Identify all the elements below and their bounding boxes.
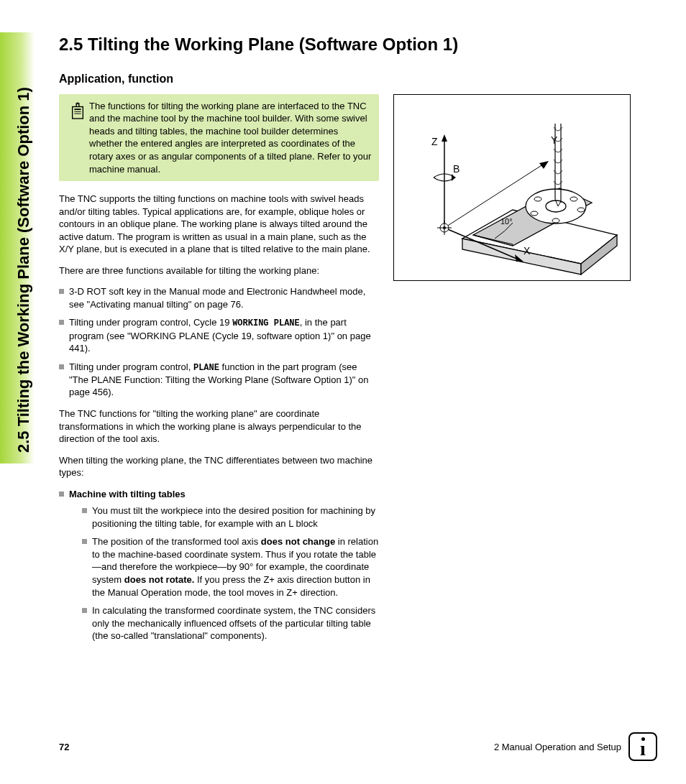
svg-marker-24 (452, 174, 455, 181)
list-item: Tilting under program control, PLANE fun… (59, 361, 379, 399)
list-item: Tilting under program control, Cycle 19 … (59, 316, 379, 354)
paragraph: The TNC functions for "tilting the worki… (59, 407, 379, 446)
list-item: Machine with tilting tables You must til… (59, 488, 379, 642)
axis-x-label: X (523, 245, 531, 257)
note-text: The functions for tilting the working pl… (89, 100, 372, 175)
info-icon: ı (628, 732, 657, 761)
function-list: 3-D ROT soft key in the Manual mode and … (59, 285, 379, 399)
note-box: The functions for tilting the working pl… (59, 94, 379, 181)
svg-marker-15 (442, 134, 447, 142)
list-item: 3-D ROT soft key in the Manual mode and … (59, 285, 379, 310)
svg-rect-3 (74, 113, 81, 114)
heading-title: Tilting the Working Plane (Software Opti… (88, 34, 458, 54)
page-heading: 2.5Tilting the Working Plane (Software O… (59, 34, 634, 55)
machine-types-list: Machine with tilting tables You must til… (59, 488, 379, 642)
svg-point-6 (546, 200, 566, 212)
angle-label: 10° (500, 217, 513, 226)
axis-b-label: B (453, 163, 459, 175)
page-content: 2.5Tilting the Working Plane (Software O… (59, 34, 634, 651)
axis-z-label: Z (431, 136, 438, 147)
list-item: In calculating the transformed coordinat… (82, 604, 379, 642)
svg-rect-0 (73, 106, 83, 119)
paragraph: When tilting the working plane, the TNC … (59, 454, 379, 479)
svg-marker-19 (539, 161, 549, 169)
subheading: Application, function (59, 73, 634, 86)
paragraph: There are three functions available for … (59, 264, 379, 277)
list-item: You must tilt the workpiece into the des… (82, 504, 379, 530)
list-heading: Machine with tilting tables (69, 489, 186, 499)
axis-y-label: Y (551, 134, 558, 146)
machine-manual-icon (66, 100, 89, 175)
sidebar-section-title: 2.5 Tilting the Working Plane (Software … (14, 87, 33, 453)
tilting-plane-figure: Z Y B X 10° (393, 94, 631, 281)
svg-point-4 (77, 102, 79, 104)
paragraph: The TNC supports the tilting functions o… (59, 193, 379, 256)
page-footer: 72 2 Manual Operation and Setup ı (59, 732, 657, 761)
svg-rect-2 (74, 111, 81, 112)
page-number: 72 (59, 742, 69, 752)
svg-rect-1 (74, 109, 81, 110)
chapter-label: 2 Manual Operation and Setup (494, 742, 621, 752)
section-number: 2.5 (59, 34, 88, 55)
list-item: The position of the transformed tool axi… (82, 535, 379, 599)
